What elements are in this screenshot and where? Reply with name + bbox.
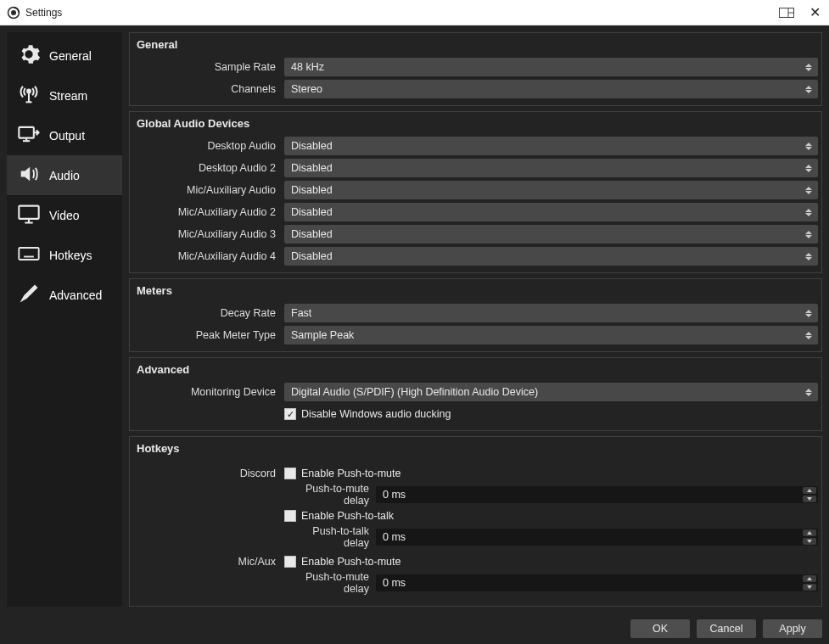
device-label: Mic/Auxiliary Audio 2 [133,206,284,218]
select-value: Disabled [291,206,333,218]
sidebar-item-label: General [49,49,92,63]
push-to-mute-delay-label: Push-to-mute delay [284,483,369,507]
app-icon [7,6,20,20]
device-label: Desktop Audio 2 [133,162,284,174]
spinner-icon [803,305,815,321]
mic-aux-audio-4-select[interactable]: Disabled [284,247,818,266]
window-title: Settings [25,7,62,19]
channels-select[interactable]: Stereo [284,80,818,98]
sidebar-item-stream[interactable]: Stream [7,76,122,115]
ducking-checkbox[interactable]: ✓ [284,408,296,420]
keyboard-icon [17,242,41,268]
select-value: Sample Peak [291,329,354,341]
group-hotkeys: Hotkeys Discord Enable Push-to-mute Push… [129,436,822,607]
sidebar-item-general[interactable]: General [7,36,122,76]
push-to-talk-checkbox[interactable] [284,510,296,522]
close-icon[interactable]: ✕ [809,6,821,20]
spinner-icon [803,160,815,176]
num-value: 0 ms [383,577,406,589]
sidebar-item-label: Video [49,209,80,222]
content-pane: General Sample Rate 48 kHz Channels Ster… [129,32,822,607]
stepper-icon[interactable] [803,529,816,546]
select-value: Disabled [291,250,333,262]
push-to-talk-delay-label: Push-to-talk delay [284,525,369,549]
sidebar-item-label: Output [49,129,85,143]
push-to-mute-label: Enable Push-to-mute [301,468,400,479]
spinner-icon [803,182,815,198]
hotkey-source-label: Discord [133,463,284,479]
group-title: General [130,33,821,56]
mic-aux-audio-2-select[interactable]: Disabled [284,203,818,221]
sidebar-item-advanced[interactable]: Advanced [7,275,122,315]
spinner-icon [803,59,815,75]
tools-icon [17,282,41,308]
group-title: Global Audio Devices [130,112,821,135]
select-value: Digital Audio (S/PDIF) (High Definition … [291,386,538,398]
group-meters: Meters Decay RateFast Peak Meter TypeSam… [129,278,822,352]
spinner-icon [803,328,815,343]
desktop-audio-2-select[interactable]: Disabled [284,159,818,177]
speaker-icon [17,162,41,188]
select-value: Disabled [291,184,333,196]
monitor-icon [17,202,41,228]
sidebar-item-video[interactable]: Video [7,195,122,235]
group-title: Meters [130,279,821,302]
sidebar-item-hotkeys[interactable]: Hotkeys [7,235,122,275]
mic-aux-audio-select[interactable]: Disabled [284,181,818,199]
spinner-icon [803,249,815,264]
decay-rate-label: Decay Rate [133,307,284,319]
device-label: Mic/Auxiliary Audio 3 [133,228,284,240]
stepper-icon[interactable] [803,574,816,591]
decay-rate-select[interactable]: Fast [284,304,818,322]
num-value: 0 ms [383,531,406,543]
sample-rate-select[interactable]: 48 kHz [284,58,818,76]
antenna-icon [17,82,41,109]
group-advanced: Advanced Monitoring DeviceDigital Audio … [129,357,822,431]
push-to-mute-delay-input[interactable]: 0 ms [376,486,818,503]
sidebar-item-label: Advanced [49,288,102,302]
sample-rate-label: Sample Rate [133,61,284,73]
device-label: Mic/Auxiliary Audio 4 [133,250,284,262]
push-to-mute-delay-input[interactable]: 0 ms [376,574,818,591]
sidebar-item-output[interactable]: Output [7,115,122,155]
channels-label: Channels [133,83,284,95]
monitoring-device-select[interactable]: Digital Audio (S/PDIF) (High Definition … [284,383,818,401]
desktop-audio-select[interactable]: Disabled [284,137,818,155]
sidebar-item-audio[interactable]: Audio [7,155,122,195]
push-to-talk-delay-input[interactable]: 0 ms [376,529,818,546]
multiview-icon[interactable] [779,8,794,18]
apply-button[interactable]: Apply [763,619,822,638]
group-global-audio: Global Audio Devices Desktop AudioDisabl… [129,111,822,273]
svg-rect-14 [19,248,38,260]
select-value: 48 kHz [291,61,324,73]
sidebar: General Stream Output Audio Video Hotkey… [7,32,122,607]
hotkey-source-label: Mic/Aux [133,552,284,568]
peak-meter-select[interactable]: Sample Peak [284,326,818,344]
stepper-icon[interactable] [803,486,816,503]
group-general: General Sample Rate 48 kHz Channels Ster… [129,32,822,106]
select-value: Disabled [291,140,333,152]
spinner-icon [803,227,815,242]
push-to-mute-checkbox[interactable] [284,468,296,479]
select-value: Disabled [291,162,333,174]
svg-rect-8 [19,127,34,138]
ok-button[interactable]: OK [630,619,690,638]
push-to-mute-checkbox[interactable] [284,556,296,568]
cancel-button[interactable]: Cancel [697,619,756,638]
push-to-talk-label: Enable Push-to-talk [301,510,394,522]
spinner-icon [803,204,815,220]
monitoring-device-label: Monitoring Device [133,386,284,398]
sidebar-item-label: Stream [49,89,87,103]
spinner-icon [803,138,815,154]
output-icon [17,122,41,148]
mic-aux-audio-3-select[interactable]: Disabled [284,225,818,244]
svg-point-1 [11,10,16,15]
group-title: Hotkeys [130,437,821,460]
push-to-mute-delay-label: Push-to-mute delay [284,571,369,595]
svg-rect-11 [19,206,38,219]
gear-icon [17,42,41,69]
select-value: Disabled [291,228,333,240]
titlebar: Settings ✕ [0,0,829,25]
select-value: Fast [291,307,311,319]
push-to-mute-label: Enable Push-to-mute [301,556,400,568]
